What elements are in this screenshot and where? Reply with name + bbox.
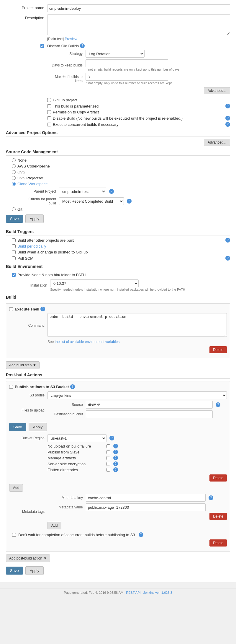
trigger-periodically-checkbox[interactable] [12, 244, 16, 248]
trigger-after-other-checkbox[interactable] [12, 238, 16, 242]
execute-shell-help[interactable]: ? [40, 307, 45, 311]
criteria-help-icon[interactable]: ? [127, 199, 132, 204]
rest-api-link[interactable]: REST API [126, 591, 140, 594]
save-button-3[interactable]: Save [6, 567, 23, 575]
days-to-keep-input[interactable] [86, 59, 168, 67]
trigger-poll-checkbox[interactable] [12, 256, 16, 260]
source-input[interactable] [86, 401, 213, 409]
description-textarea[interactable] [47, 14, 230, 35]
add-postbuild-label: Add post-build action [9, 556, 42, 560]
dont-wait-checkbox[interactable] [12, 533, 16, 537]
criteria-select[interactable]: Most Recent Completed Build [59, 197, 124, 205]
env-vars-link[interactable]: the list of available environment variab… [55, 340, 119, 344]
trigger-after-other-help[interactable]: ? [225, 238, 230, 243]
parameterized-help-icon[interactable]: ? [225, 104, 230, 108]
discard-help-icon[interactable]: ? [80, 43, 85, 48]
execute-concurrent-help-icon[interactable]: ? [225, 122, 230, 127]
disable-build-row: Disable Build (No new builds will be exe… [47, 116, 230, 121]
manage-artifacts-row: Manage artifacts ? [47, 456, 227, 460]
parameterized-checkbox[interactable] [47, 104, 51, 108]
no-upload-help[interactable]: ? [113, 444, 118, 448]
installation-select[interactable]: 0.10.37 [50, 279, 139, 287]
metadata-key-help[interactable]: ? [209, 495, 213, 500]
save-button-1[interactable]: Save [6, 215, 23, 223]
s3-profile-select[interactable]: cmp-jenkins [47, 391, 227, 399]
add-button-1[interactable]: Add [9, 484, 23, 492]
metadata-key-input[interactable] [86, 494, 206, 502]
jenkins-ver-link[interactable]: Jenkins ver. 1.625.3 [143, 591, 172, 594]
no-upload-checkbox[interactable] [106, 444, 110, 448]
disable-build-help-icon[interactable]: ? [225, 116, 230, 121]
parent-project-help-icon[interactable]: ? [109, 189, 114, 194]
command-textarea[interactable]: ember build --environment production [47, 313, 227, 337]
plain-text-preview: [Plain text] Preview [47, 37, 230, 41]
apply-button-3[interactable]: Apply [25, 566, 44, 575]
trigger-github-checkbox[interactable] [12, 250, 16, 254]
trigger-periodically-label: Build periodically [17, 244, 230, 248]
apply-button-2[interactable]: Apply [29, 423, 47, 431]
advanced-button-1[interactable]: Advanced... [204, 87, 230, 94]
save-button-2[interactable]: Save [9, 423, 26, 431]
dont-wait-help[interactable]: ? [139, 532, 143, 537]
scm-aws-radio[interactable] [12, 164, 16, 168]
bucket-region-label: Bucket Region [9, 436, 47, 440]
scm-cvs-radio[interactable] [12, 170, 16, 174]
metadata-value-input[interactable] [86, 503, 206, 511]
days-hint: If not empty, build records are only kep… [86, 68, 230, 71]
apply-button-1[interactable]: Apply [25, 214, 44, 223]
permission-copy-checkbox[interactable] [47, 110, 51, 114]
add-build-step-button[interactable]: Add build step ▼ [6, 361, 40, 369]
execute-shell-checkbox[interactable] [9, 307, 13, 311]
add-build-step-label: Add build step [9, 363, 32, 367]
bucket-region-help[interactable]: ? [109, 436, 114, 440]
add-button-2[interactable]: Add [47, 522, 61, 529]
manage-artifacts-help[interactable]: ? [113, 456, 118, 460]
flatten-dirs-checkbox[interactable] [106, 468, 110, 472]
delete-button-3[interactable]: Delete [209, 513, 227, 520]
add-postbuild-row: Add post-build action ▼ [6, 554, 230, 562]
add-build-step-row: Add build step ▼ [6, 361, 230, 369]
publish-s3-checkbox[interactable] [9, 385, 13, 389]
command-row: Command ember build --environment produc… [9, 313, 227, 338]
trigger-poll-help[interactable]: ? [225, 256, 230, 261]
publish-s3-help[interactable]: ? [70, 384, 75, 389]
strategy-label: Strategy [47, 52, 86, 56]
delete-button-2[interactable]: Delete [209, 474, 227, 482]
max-builds-row: Max # of builds to keep If not empty, on… [47, 73, 230, 85]
scm-aws-label: AWS CodePipeline [17, 164, 50, 168]
disable-build-checkbox[interactable] [47, 116, 51, 120]
destination-input[interactable] [86, 410, 213, 418]
source-help[interactable]: ? [216, 402, 220, 407]
publish-slave-row: Publish from Slave ? [47, 450, 227, 454]
add-build-step-arrow: ▼ [33, 363, 36, 367]
discard-old-builds-checkbox[interactable] [40, 44, 44, 48]
parent-project-select[interactable]: cmp-admin-test [59, 188, 106, 195]
github-project-checkbox[interactable] [47, 98, 51, 102]
scm-git-radio[interactable] [12, 207, 16, 211]
scm-cvs-projectset-radio[interactable] [12, 176, 16, 180]
preview-link[interactable]: Preview [65, 37, 77, 41]
advanced-button-2[interactable]: Advanced... [204, 139, 230, 146]
publish-slave-help[interactable]: ? [113, 450, 118, 454]
delete-button-1[interactable]: Delete [209, 346, 227, 353]
strategy-select[interactable]: Log Rotation [86, 50, 145, 58]
server-encryption-checkbox[interactable] [106, 462, 110, 466]
flatten-dirs-help[interactable]: ? [113, 467, 118, 472]
provide-node-checkbox[interactable] [12, 273, 16, 277]
delete-button-4[interactable]: Delete [209, 539, 227, 547]
execute-concurrent-checkbox[interactable] [47, 123, 51, 126]
provide-node-label: Provide Node & npm bin/ folder to PATH [17, 273, 86, 277]
publish-slave-checkbox[interactable] [106, 450, 110, 454]
disable-build-label: Disable Build (No new builds will be exe… [53, 116, 224, 121]
add-postbuild-button[interactable]: Add post-build action ▼ [6, 554, 50, 562]
scm-none-radio[interactable] [12, 158, 16, 162]
bucket-region-select[interactable]: us-east-1 [47, 434, 106, 442]
project-name-input[interactable] [47, 4, 230, 12]
server-encryption-help[interactable]: ? [113, 461, 118, 466]
btn-row-1: Save Apply [6, 214, 230, 223]
add-postbuild-arrow: ▼ [43, 556, 47, 560]
max-builds-input[interactable] [86, 73, 168, 81]
server-encryption-row: Server side encryption ? [47, 461, 227, 466]
scm-clone-radio[interactable] [12, 182, 16, 186]
manage-artifacts-checkbox[interactable] [106, 456, 110, 460]
